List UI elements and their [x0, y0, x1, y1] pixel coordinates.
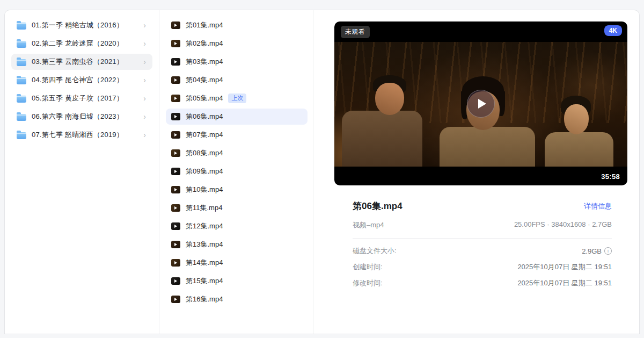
- file-type: 视频–mp4: [353, 220, 384, 230]
- episode-item[interactable]: 第12集.mp4: [166, 218, 308, 234]
- episode-item[interactable]: 第03集.mp4: [166, 54, 308, 70]
- unwatched-badge: 未观看: [341, 26, 370, 38]
- folder-icon: [17, 96, 26, 103]
- episode-label: 第13集.mp4: [186, 240, 223, 249]
- play-button[interactable]: [467, 90, 495, 118]
- details-link[interactable]: 详情信息: [584, 202, 612, 211]
- folder-label: 01.第一季 精绝古城（2016）: [32, 20, 138, 30]
- folder-item[interactable]: 05.第五季 黄皮子坟（2017） ›: [11, 90, 152, 106]
- episode-label: 第05集.mp4: [186, 94, 223, 103]
- quality-4k-badge: 4K: [604, 25, 622, 36]
- video-thumbnail-icon: [171, 95, 180, 102]
- episode-item[interactable]: 第06集.mp4: [166, 109, 308, 125]
- chevron-right-icon: ›: [143, 58, 147, 66]
- video-thumbnail-icon: [171, 113, 180, 120]
- episode-label: 第16集.mp4: [186, 294, 223, 304]
- folder-icon: [17, 114, 26, 121]
- file-specs: 25.00FPS · 3840x1608 · 2.7GB: [514, 220, 612, 230]
- episode-label: 第07集.mp4: [186, 130, 223, 140]
- episode-item[interactable]: 第09集.mp4: [166, 163, 308, 179]
- video-thumbnail-icon: [171, 186, 180, 193]
- folder-item[interactable]: 01.第一季 精绝古城（2016） ›: [11, 17, 152, 33]
- folder-panel: 01.第一季 精绝古城（2016） › 02.第二季 龙岭迷窟（2020） › …: [5, 10, 159, 334]
- episode-label: 第03集.mp4: [186, 57, 223, 67]
- video-thumbnail-icon: [171, 76, 180, 84]
- episode-item[interactable]: 第08集.mp4: [166, 145, 308, 161]
- detail-label: 磁盘文件大小:: [353, 246, 397, 256]
- folder-item[interactable]: 04.第四季 昆仑神宫（2022） ›: [11, 72, 152, 88]
- episode-item[interactable]: 第10集.mp4: [166, 182, 308, 198]
- video-thumbnail-icon: [171, 241, 180, 248]
- detail-label: 修改时间:: [353, 278, 383, 288]
- detail-rows: 磁盘文件大小: 2.9GB 创建时间: 2025年10月07日 星期二 19:5…: [353, 243, 612, 291]
- episode-list: 第01集.mp4 第02集.mp4 第03集.mp4 第04集.mp4 第05集…: [159, 17, 313, 307]
- episode-item[interactable]: 第04集.mp4: [166, 72, 308, 88]
- video-thumbnail-icon: [171, 204, 180, 212]
- folder-label: 03.第三季 云南虫谷（2021）: [32, 57, 138, 67]
- chevron-right-icon: ›: [143, 40, 147, 47]
- video-thumbnail-icon: [171, 21, 180, 29]
- episode-label: 第10集.mp4: [186, 185, 223, 195]
- folder-list: 01.第一季 精绝古城（2016） › 02.第二季 龙岭迷窟（2020） › …: [5, 17, 159, 143]
- chevron-right-icon: ›: [143, 21, 147, 29]
- episode-label: 第08集.mp4: [186, 148, 223, 158]
- file-title: 第06集.mp4: [353, 200, 402, 212]
- divider: [353, 238, 612, 239]
- video-thumbnail-icon: [171, 131, 180, 139]
- detail-value: 2.9GB: [582, 247, 602, 255]
- episode-label: 第11集.mp4: [186, 203, 222, 213]
- episode-item[interactable]: 第01集.mp4: [166, 17, 308, 33]
- folder-label: 07.第七季 怒晴湘西（2019）: [32, 130, 138, 140]
- folder-label: 05.第五季 黄皮子坟（2017）: [32, 94, 138, 103]
- folder-item[interactable]: 03.第三季 云南虫谷（2021） ›: [11, 54, 152, 70]
- chevron-right-icon: ›: [143, 95, 147, 102]
- episode-item[interactable]: 第16集.mp4: [166, 291, 308, 307]
- play-icon: [478, 99, 486, 109]
- last-watched-badge: 上次: [228, 94, 246, 103]
- folder-item[interactable]: 02.第二季 龙岭迷窟（2020） ›: [11, 35, 152, 52]
- episode-label: 第09集.mp4: [186, 167, 223, 176]
- episode-item[interactable]: 第02集.mp4: [166, 35, 308, 52]
- file-info-section: 第06集.mp4 详情信息 视频–mp4 25.00FPS · 3840x160…: [313, 185, 639, 291]
- video-thumbnail-icon: [171, 259, 180, 267]
- detail-row: 磁盘文件大小: 2.9GB: [353, 243, 612, 259]
- detail-row: 创建时间: 2025年10月07日 星期二 19:51: [353, 259, 612, 275]
- folder-icon: [17, 132, 26, 139]
- episode-label: 第04集.mp4: [186, 75, 223, 85]
- episode-item[interactable]: 第07集.mp4: [166, 127, 308, 143]
- folder-item[interactable]: 06.第六季 南海归墟（2023） ›: [11, 109, 152, 125]
- detail-label: 创建时间:: [353, 262, 383, 272]
- episode-label: 第01集.mp4: [186, 20, 223, 30]
- folder-icon: [17, 23, 26, 30]
- episode-item[interactable]: 第14集.mp4: [166, 255, 308, 271]
- detail-panel: 未观看 4K 35:58 第06集.mp4 详情信息 视频–mp4 25.00F…: [313, 10, 639, 334]
- chevron-right-icon: ›: [143, 131, 147, 139]
- episode-label: 第02集.mp4: [186, 39, 223, 48]
- video-thumbnail-icon: [171, 222, 180, 230]
- episode-item[interactable]: 第11集.mp4: [166, 200, 308, 216]
- episode-label: 第06集.mp4: [186, 112, 223, 121]
- episode-item[interactable]: 第15集.mp4: [166, 273, 308, 289]
- video-thumbnail-icon: [171, 296, 180, 303]
- media-manager-window: 01.第一季 精绝古城（2016） › 02.第二季 龙岭迷窟（2020） › …: [4, 10, 640, 334]
- video-thumbnail-icon: [171, 58, 180, 66]
- folder-item[interactable]: 07.第七季 怒晴湘西（2019） ›: [11, 127, 152, 143]
- episode-item[interactable]: 第05集.mp4 上次: [166, 90, 308, 106]
- video-player: 未观看 4K 35:58: [334, 21, 627, 185]
- episode-item[interactable]: 第13集.mp4: [166, 236, 308, 253]
- video-thumbnail-icon: [171, 277, 180, 285]
- detail-value: 2025年10月07日 星期二 19:51: [517, 262, 612, 272]
- detail-value: 2025年10月07日 星期二 19:51: [517, 278, 612, 288]
- episode-panel: 第01集.mp4 第02集.mp4 第03集.mp4 第04集.mp4 第05集…: [159, 10, 313, 334]
- folder-icon: [17, 59, 26, 66]
- folder-icon: [17, 77, 26, 84]
- video-thumbnail-icon: [171, 149, 180, 157]
- episode-label: 第15集.mp4: [186, 276, 223, 286]
- video-thumbnail-icon: [171, 40, 180, 47]
- detail-row: 修改时间: 2025年10月07日 星期二 19:51: [353, 275, 612, 291]
- chevron-right-icon: ›: [143, 76, 147, 84]
- video-duration: 35:58: [601, 172, 620, 181]
- episode-label: 第12集.mp4: [186, 221, 223, 231]
- episode-label: 第14集.mp4: [186, 258, 223, 268]
- info-icon[interactable]: [604, 247, 612, 255]
